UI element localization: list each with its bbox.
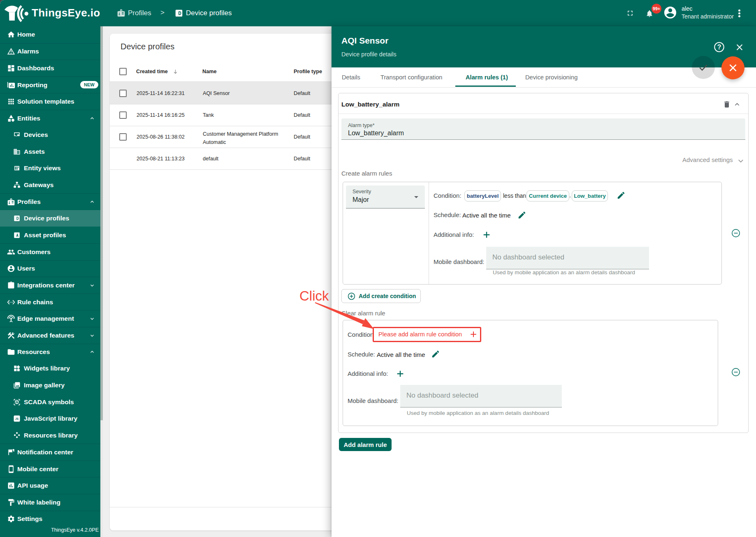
svg-text:?: ? bbox=[717, 44, 721, 51]
svg-text:JS: JS bbox=[15, 418, 19, 421]
